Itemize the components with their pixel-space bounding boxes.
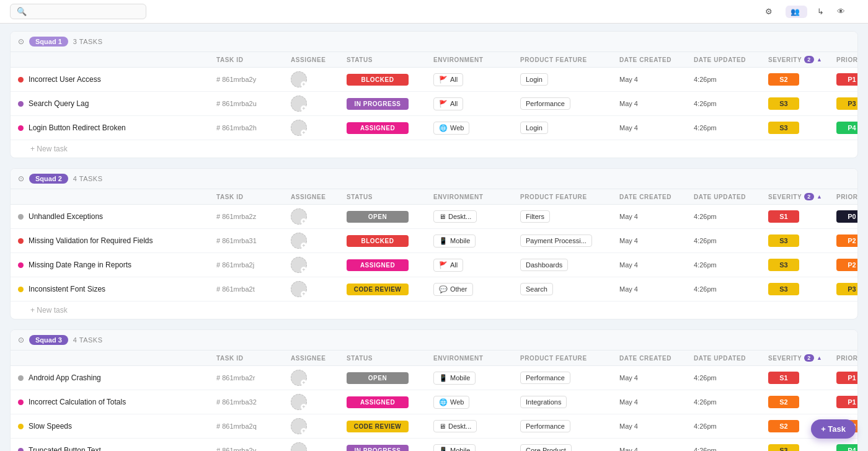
env-label: All bbox=[450, 261, 458, 269]
env-badge: 📱 Mobile bbox=[433, 444, 476, 452]
feature-badge: Search bbox=[520, 283, 553, 295]
table-header: TASK ID ASSIGNEE STATUS ENVIRONMENT PROD… bbox=[11, 52, 857, 68]
avatar-plus-icon: + bbox=[301, 428, 307, 434]
env-icon: 📱 bbox=[439, 447, 448, 452]
task-name: Incorrect User Access bbox=[29, 75, 101, 84]
priority-badge: P4 bbox=[836, 122, 858, 134]
th-assignee: ASSIGNEE bbox=[291, 354, 347, 362]
group-icon: 👥 bbox=[790, 7, 800, 16]
th-environment: ENVIRONMENT bbox=[433, 354, 520, 362]
th-priority: PRIORITY 1▲ bbox=[836, 56, 858, 63]
th-environment: ENVIRONMENT bbox=[433, 56, 520, 63]
table-row[interactable]: Login Button Redirect Broken # 861mrba2h… bbox=[11, 116, 857, 140]
priority-cell: P0 bbox=[836, 210, 858, 223]
environment-cell: 📱 Mobile bbox=[433, 372, 520, 385]
task-color-dot bbox=[18, 400, 24, 405]
assignee-cell: + bbox=[291, 418, 347, 434]
avatar-plus-icon: + bbox=[301, 218, 307, 225]
feature-cell: Integrations bbox=[520, 398, 619, 406]
group-by-button[interactable]: 👥 bbox=[786, 6, 807, 18]
priority-cell: P3 bbox=[836, 283, 858, 295]
avatar-plus-icon: + bbox=[301, 380, 307, 386]
chevron-icon[interactable]: ⊙ bbox=[18, 174, 24, 183]
avatar-plus-icon: + bbox=[301, 267, 307, 273]
env-label: Mobile bbox=[450, 447, 470, 451]
new-task-button[interactable]: + New task bbox=[11, 140, 857, 158]
task-id: # 861mrba2y bbox=[216, 76, 291, 83]
avatar-plus-icon: + bbox=[301, 291, 307, 297]
th-environment: ENVIRONMENT bbox=[433, 193, 520, 200]
severity-badge: S3 bbox=[768, 444, 799, 451]
new-task-button[interactable]: + New task bbox=[11, 301, 857, 319]
status-cell: CODE REVIEW bbox=[347, 421, 433, 432]
task-name-cell: Android App Crashing bbox=[18, 373, 216, 382]
table-row[interactable]: Slow Speeds # 861mrba2q + CODE REVIEW 🖥 … bbox=[11, 414, 857, 439]
th-date-updated: DATE UPDATED bbox=[694, 56, 768, 63]
severity-badge: S3 bbox=[768, 283, 799, 295]
add-task-button[interactable]: + Task bbox=[811, 419, 856, 439]
date-updated: 4:26pm bbox=[694, 213, 768, 220]
priority-badge: P1 bbox=[836, 73, 858, 86]
table-row[interactable]: Android App Crashing # 861mrba2r + OPEN … bbox=[11, 366, 857, 390]
status-badge: CODE REVIEW bbox=[347, 421, 409, 432]
th-priority: PRIORITY 1▲ bbox=[836, 193, 858, 200]
task-color-dot bbox=[18, 424, 24, 429]
environment-cell: 🚩 All bbox=[433, 259, 520, 272]
table-row[interactable]: Unhandled Exceptions # 861mrba2z + OPEN … bbox=[11, 205, 857, 229]
task-color-dot bbox=[18, 214, 24, 220]
squad-badge[interactable]: Squad 1 bbox=[29, 37, 68, 47]
environment-cell: 💬 Other bbox=[433, 283, 520, 296]
th-date-created: DATE CREATED bbox=[619, 354, 694, 362]
env-icon: 📱 bbox=[439, 237, 448, 245]
avatar-plus-icon: + bbox=[301, 81, 307, 87]
squad-section-squad3: ⊙ Squad 3 4 TASKS TASK ID ASSIGNEE STATU… bbox=[10, 329, 858, 451]
th-product-feature: PRODUCT FEATURE bbox=[520, 354, 619, 362]
search-box[interactable]: 🔍 bbox=[10, 4, 146, 19]
th-task-id: TASK ID bbox=[216, 354, 291, 362]
task-name-cell: Incorrect User Access bbox=[18, 75, 216, 84]
severity-cell: S3 bbox=[768, 122, 836, 134]
severity-cell: S1 bbox=[768, 372, 836, 384]
filter-button[interactable]: ⚙ bbox=[765, 7, 776, 16]
table-row[interactable]: Search Query Lag # 861mrba2u + IN PROGRE… bbox=[11, 92, 857, 116]
table-row[interactable]: Missing Date Range in Reports # 861mrba2… bbox=[11, 253, 857, 277]
avatar-plus-icon: + bbox=[301, 243, 307, 249]
date-updated: 4:26pm bbox=[694, 398, 768, 406]
priority-badge: P0 bbox=[836, 210, 858, 223]
show-button[interactable]: 👁 bbox=[837, 7, 848, 16]
table-row[interactable]: Missing Validation for Required Fields #… bbox=[11, 229, 857, 253]
severity-badge: S2 bbox=[768, 396, 799, 408]
squad-badge[interactable]: Squad 3 bbox=[29, 335, 68, 345]
severity-badge: S3 bbox=[768, 97, 799, 110]
priority-cell: P1 bbox=[836, 372, 858, 384]
date-created: May 4 bbox=[619, 374, 694, 382]
table-row[interactable]: Incorrect User Access # 861mrba2y + BLOC… bbox=[11, 68, 857, 92]
chevron-icon[interactable]: ⊙ bbox=[18, 37, 24, 46]
subtasks-button[interactable]: ↳ bbox=[817, 7, 827, 16]
squad-task-count: 4 TASKS bbox=[73, 336, 103, 344]
feature-cell: Login bbox=[520, 123, 619, 132]
chevron-icon[interactable]: ⊙ bbox=[18, 336, 24, 344]
feature-badge: Login bbox=[520, 122, 548, 134]
env-icon: 📱 bbox=[439, 374, 448, 382]
table-row[interactable]: Inconsistent Font Sizes # 861mrba2t + CO… bbox=[11, 277, 857, 301]
priority-badge: P2 bbox=[836, 259, 858, 271]
severity-cell: S3 bbox=[768, 283, 836, 295]
table-row[interactable]: Truncated Button Text # 861mrba2v + IN P… bbox=[11, 439, 857, 451]
th-status: STATUS bbox=[347, 56, 433, 63]
feature-cell: Dashboards bbox=[520, 261, 619, 269]
search-icon: 🔍 bbox=[17, 7, 27, 16]
priority-cell: P1 bbox=[836, 396, 858, 408]
th-product-feature: PRODUCT FEATURE bbox=[520, 56, 619, 63]
task-id: # 861mrba2h bbox=[216, 124, 291, 132]
squad-badge[interactable]: Squad 2 bbox=[29, 174, 68, 184]
avatar: + bbox=[291, 394, 307, 410]
task-name: Login Button Redirect Broken bbox=[29, 123, 126, 132]
date-updated: 4:26pm bbox=[694, 447, 768, 451]
task-name: Unhandled Exceptions bbox=[29, 212, 103, 221]
squad-header-squad1: ⊙ Squad 1 3 TASKS bbox=[11, 32, 857, 52]
table-row[interactable]: Incorrect Calculation of Totals # 861mrb… bbox=[11, 390, 857, 414]
date-created: May 4 bbox=[619, 237, 694, 244]
env-icon: 🚩 bbox=[439, 100, 448, 108]
task-color-dot bbox=[18, 238, 24, 244]
